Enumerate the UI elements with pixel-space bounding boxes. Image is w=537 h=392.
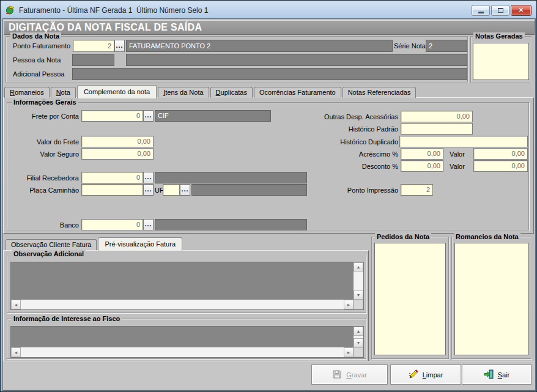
input-filial-recebedora[interactable]: 0: [81, 172, 143, 183]
titlebar: Faturamento - Última NF Gerada 1 Último …: [1, 1, 536, 19]
label-frete-por-conta: Frete por Conta: [9, 111, 79, 122]
input-desconto-valor[interactable]: 0,00: [473, 160, 528, 172]
close-button[interactable]: ✕: [511, 5, 531, 16]
label-ponto-faturamento: Ponto Faturamento: [13, 40, 70, 51]
arrow-right-icon: ►: [347, 350, 351, 355]
field-pessoa-codigo: [72, 54, 114, 66]
minimize-button[interactable]: [472, 5, 490, 16]
tab-complemento-da-nota[interactable]: Complemento da nota: [77, 85, 157, 98]
field-banco-desc: [155, 219, 307, 231]
input-frete-por-conta[interactable]: 0: [81, 110, 143, 122]
groupbox-title: Informações Gerais: [12, 98, 78, 106]
field-adicional-pessoa: [72, 68, 467, 80]
page-title: DIGITAÇÃO DA NOTA FISCAL DE SAÍDA: [4, 20, 535, 35]
label-pessoa-da-nota: Pessoa da Nota: [13, 54, 61, 65]
tab-notas-referenciadas[interactable]: Notas Referenciadas: [343, 87, 417, 98]
gravar-button[interactable]: Gravar: [311, 364, 388, 385]
input-acrescimo-valor[interactable]: 0,00: [473, 148, 528, 160]
scroll-up-button[interactable]: ▲: [354, 262, 363, 272]
input-historico-padrao[interactable]: [401, 123, 473, 135]
scroll-down-button[interactable]: ▼: [354, 290, 363, 300]
label-desconto-valor: Valor: [450, 161, 465, 172]
input-ponto-impressao[interactable]: 2: [401, 184, 433, 196]
horizontal-scrollbar[interactable]: ◄ ►: [11, 300, 354, 309]
tab-nota[interactable]: Nota: [51, 87, 76, 98]
maximize-icon: [498, 8, 503, 13]
tab-ocorrencias-faturamento[interactable]: Ocorrências Faturamento: [254, 87, 341, 98]
label-serie-nota: Série Nota: [394, 40, 426, 51]
sair-button[interactable]: Sair: [462, 364, 531, 385]
input-outras-desp-acessorias[interactable]: 0,00: [401, 111, 473, 122]
arrow-up-icon: ▲: [357, 329, 361, 333]
tab-observacao-cliente-fatura[interactable]: Observação Cliente Fatura: [6, 239, 97, 250]
arrow-down-icon: ▼: [357, 341, 361, 345]
listbox-notas-geradas[interactable]: [473, 43, 529, 80]
scroll-right-button[interactable]: ►: [344, 347, 354, 357]
exit-door-icon: [484, 369, 494, 380]
field-frete-por-conta-desc: CIF: [155, 110, 271, 122]
scroll-left-button[interactable]: ◄: [11, 347, 21, 357]
input-banco[interactable]: 0: [81, 219, 143, 231]
listbox-pedidos-da-nota[interactable]: [374, 243, 446, 355]
arrow-up-icon: ▲: [357, 265, 361, 269]
arrow-left-icon: ◄: [14, 350, 18, 355]
textarea-observacao-adicional[interactable]: ▲ ▼ ◄ ►: [10, 262, 364, 310]
tab-romaneios[interactable]: Romaneios: [4, 87, 50, 98]
label-desconto-pct: Desconto %: [272, 161, 398, 172]
scrollbar-corner: [354, 300, 363, 309]
input-historico-duplicado[interactable]: [399, 136, 528, 147]
input-acrescimo-pct[interactable]: 0,00: [401, 148, 443, 160]
browse-placa-caminhao-button[interactable]: ...: [143, 184, 154, 196]
scroll-up-button[interactable]: ▲: [354, 327, 363, 336]
label-acrescimo-valor: Valor: [450, 149, 465, 160]
scroll-down-button[interactable]: ▼: [354, 338, 363, 347]
scrollbar-corner: [354, 347, 363, 357]
browse-uf-button[interactable]: ...: [180, 184, 190, 196]
maximize-button[interactable]: [491, 5, 509, 16]
input-valor-do-frete[interactable]: 0,00: [81, 136, 154, 147]
browse-ponto-faturamento-button[interactable]: ...: [114, 40, 125, 52]
listbox-romaneios-da-nota[interactable]: [454, 243, 528, 355]
label-acrescimo-pct: Acréscimo %: [272, 149, 398, 160]
arrow-left-icon: ◄: [14, 303, 18, 307]
eraser-pencil-icon: [409, 369, 418, 380]
input-uf[interactable]: [163, 184, 180, 196]
input-placa-caminhao[interactable]: [81, 184, 143, 196]
browse-banco-button[interactable]: ...: [143, 219, 154, 231]
browse-frete-por-conta-button[interactable]: ...: [143, 110, 154, 122]
limpar-button[interactable]: Limpar: [390, 364, 461, 385]
tab-pre-visualizacao-fatura[interactable]: Pré-visualização Fatura: [98, 237, 182, 251]
label-filial-recebedora: Filial Recebedora: [9, 172, 79, 183]
vertical-scrollbar[interactable]: ▲ ▼: [354, 262, 363, 300]
floppy-disk-icon: [332, 369, 342, 380]
field-pessoa-desc: [126, 54, 467, 66]
close-icon: ✕: [519, 7, 524, 13]
scroll-right-button[interactable]: ►: [344, 300, 354, 309]
groupbox-pedidos-da-nota: Pedidos da Nota: [371, 237, 449, 359]
label-historico-duplicado: Histórico Duplicado: [272, 136, 398, 147]
observacao-adicional-text[interactable]: [11, 262, 354, 300]
label-placa-caminhao: Placa Caminhão: [9, 185, 79, 196]
window: Faturamento - Última NF Gerada 1 Último …: [0, 0, 537, 392]
groupbox-title: Informação de Interesse ao Fisco: [12, 315, 122, 322]
groupbox-notas-geradas: Notas Geradas: [470, 36, 531, 83]
label-outras-desp-acessorias: Outras Desp. Acessórias: [272, 111, 398, 122]
browse-filial-recebedora-button[interactable]: ...: [143, 172, 154, 183]
informacao-fisco-text[interactable]: [11, 327, 354, 347]
input-valor-seguro[interactable]: 0,00: [81, 148, 154, 160]
window-content: DIGITAÇÃO DA NOTA FISCAL DE SAÍDA Dados …: [3, 19, 535, 390]
field-ponto-faturamento-desc: FATURAMENTO PONTO 2: [126, 40, 393, 52]
tab-itens-da-nota[interactable]: Itens da Nota: [158, 87, 209, 98]
label-historico-padrao: Histórico Padrão: [272, 124, 398, 135]
field-filial-recebedora-desc: [155, 172, 307, 183]
input-desconto-pct[interactable]: 0,00: [401, 160, 443, 172]
input-ponto-faturamento[interactable]: 2: [73, 40, 114, 52]
textarea-informacao-fisco[interactable]: ▲ ▼ ◄ ►: [10, 326, 364, 358]
tab-duplicatas[interactable]: Duplicatas: [210, 87, 253, 98]
bottom-tabstrip: Observação Cliente Fatura Pré-visualizaç…: [6, 236, 183, 250]
scroll-left-button[interactable]: ◄: [11, 300, 21, 309]
field-serie-nota: 2: [426, 40, 467, 52]
horizontal-scrollbar[interactable]: ◄ ►: [11, 347, 354, 357]
vertical-scrollbar[interactable]: ▲ ▼: [354, 327, 363, 347]
main-tabstrip: Romaneios Nota Complemento da nota Itens…: [4, 84, 417, 98]
